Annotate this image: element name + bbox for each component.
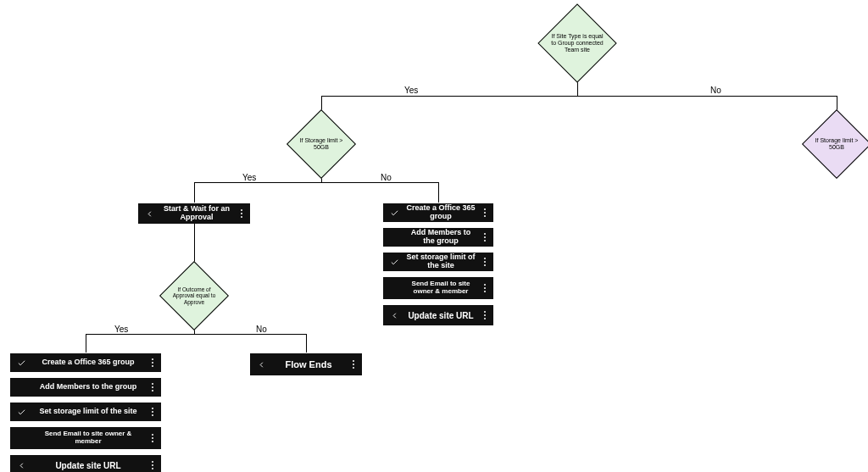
action-start-wait-approval[interactable]: Start & Wait for an Approval [138,203,250,224]
more-icon [147,461,158,469]
more-icon [147,408,158,416]
more-icon [147,358,158,367]
more-icon [236,209,247,218]
action-label: Set storage limit of the site [29,408,147,416]
more-icon [348,360,359,369]
connector-line [86,334,86,353]
icon-blank [14,427,29,449]
chevron-left-icon [142,203,157,224]
action-update-url[interactable]: Update site URL [383,305,493,325]
action-add-members[interactable]: Add Members to the group [10,378,161,397]
decision-storage-yes-branch: If Storage limit > 50GB [297,119,346,169]
action-label: Send Email to site owner & member [402,280,480,296]
action-send-email[interactable]: Send Email to site owner & member [383,277,493,299]
action-label: Create a Office 365 group [402,204,480,221]
icon-blank [14,378,29,397]
action-create-group[interactable]: Create a Office 365 group [383,203,493,222]
action-set-storage[interactable]: Set storage limit of the site [10,403,161,421]
icon-blank [387,228,402,247]
action-label: Add Members to the group [29,383,147,391]
action-label: Create a Office 365 group [29,358,147,367]
check-icon [14,403,29,421]
branch-label-no: No [256,325,267,334]
chevron-left-icon [253,353,269,375]
action-label: Update site URL [29,461,147,470]
action-update-url[interactable]: Update site URL [10,455,161,472]
more-icon [480,311,490,319]
action-label: Add Members to the group [402,229,480,246]
decision-site-type: If Site Type is equal to Group connected… [549,15,605,71]
connector-line [306,334,307,353]
branch-label-yes: Yes [114,325,128,334]
branch-label-yes: Yes [404,86,418,95]
more-icon [147,383,158,391]
decision-label: If Site Type is equal to Group connected… [549,33,605,53]
more-icon [480,208,490,217]
action-label: Update site URL [402,311,480,320]
flowchart-canvas: If Site Type is equal to Group connected… [0,0,868,472]
check-icon [387,253,402,271]
connector-line [194,223,195,266]
icon-blank [387,277,402,299]
more-icon [480,284,490,292]
connector-line [194,182,438,183]
decision-label: If Outcome of Approval equal to Approve [170,286,219,305]
more-icon [480,233,490,242]
connector-line [86,334,306,335]
branch-label-yes: Yes [242,173,256,182]
action-create-group[interactable]: Create a Office 365 group [10,353,161,372]
action-label: Set storage limit of the site [402,253,480,270]
action-add-members[interactable]: Add Members to the group [383,228,493,247]
chevron-left-icon [14,455,29,472]
branch-label-no: No [710,86,721,95]
action-send-email[interactable]: Send Email to site owner & member [10,427,161,449]
action-label: Flow Ends [269,359,348,369]
more-icon [147,434,158,442]
action-flow-ends[interactable]: Flow Ends [250,353,362,375]
check-icon [387,203,402,222]
action-set-storage[interactable]: Set storage limit of the site [383,253,493,271]
more-icon [480,258,490,266]
decision-label: If Storage limit > 50GB [812,137,861,151]
connector-line [438,182,439,203]
action-label: Send Email to site owner & member [29,430,147,446]
decision-approval-outcome: If Outcome of Approval equal to Approve [170,271,219,320]
action-label: Start & Wait for an Approval [157,205,236,222]
decision-label: If Storage limit > 50GB [297,137,346,151]
chevron-left-icon [387,305,402,325]
connector-line [321,96,837,97]
decision-storage-no-branch: If Storage limit > 50GB [812,119,861,169]
connector-line [194,182,195,203]
check-icon [14,353,29,372]
branch-label-no: No [381,173,392,182]
